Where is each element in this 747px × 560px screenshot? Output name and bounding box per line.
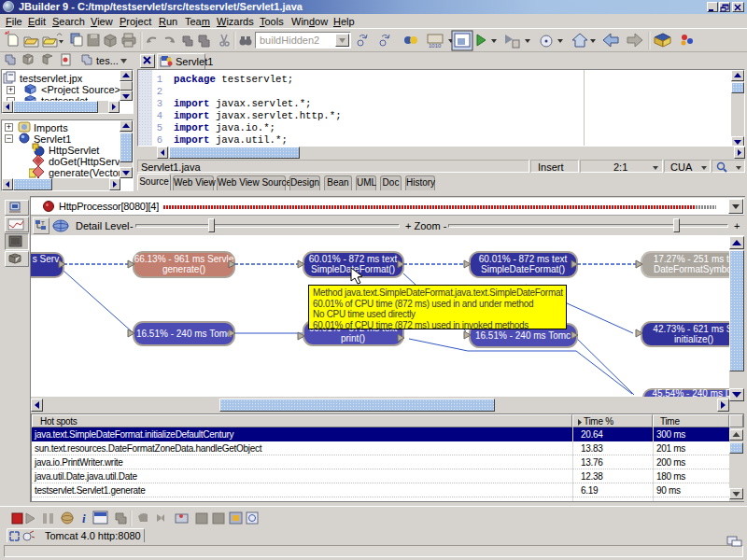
svg-text:66.13% - 961 ms Servle: 66.13% - 961 ms Servle [134, 254, 234, 264]
svg-text:16.51% - 240 ms Tomc: 16.51% - 240 ms Tomc [475, 330, 571, 341]
svg-text:45.54% - 240 ms Da: 45.54% - 240 ms Da [652, 388, 729, 397]
svg-text:SimpleDateFormat(): SimpleDateFormat() [481, 264, 565, 274]
svg-text:T: T [41, 220, 45, 226]
svg-text:s Serv: s Serv [33, 254, 59, 264]
svg-text:60.01% - 872 ms text: 60.01% - 872 ms text [479, 254, 568, 264]
svg-text:DateFormatSymbol: DateFormatSymbol [654, 264, 729, 274]
svg-text:print(): print() [341, 333, 365, 343]
svg-text:16.51% - 240 ms Tomc: 16.51% - 240 ms Tomc [136, 329, 232, 339]
svg-text:42.73% - 621 ms Si: 42.73% - 621 ms Si [653, 324, 729, 334]
svg-text:17.27% - 251 ms te: 17.27% - 251 ms te [654, 254, 729, 264]
svg-text:i: i [82, 511, 86, 525]
svg-text:1010: 1010 [429, 43, 442, 49]
svg-text:initialize(): initialize() [674, 334, 713, 344]
svg-text:generate(): generate() [162, 264, 205, 274]
svg-text:60.01% - 872 ms text: 60.01% - 872 ms text [309, 254, 398, 264]
